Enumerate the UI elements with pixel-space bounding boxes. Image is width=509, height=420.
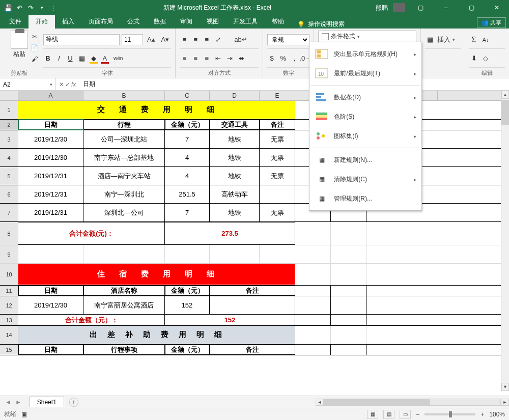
col-header-C[interactable]: C <box>165 91 210 100</box>
bold-button[interactable]: B <box>43 53 52 64</box>
zoom-slider[interactable] <box>425 413 475 415</box>
cell[interactable]: 152 <box>165 296 210 314</box>
cell[interactable]: 2019/12/31 <box>18 185 83 203</box>
row-header[interactable]: 1 <box>0 101 18 119</box>
sheet-nav-next-icon[interactable]: ► <box>15 399 21 406</box>
fx-icon[interactable]: fx <box>71 81 76 88</box>
qat-more-icon[interactable]: ▾ <box>38 4 46 12</box>
new-sheet-button[interactable]: + <box>69 398 78 407</box>
scroll-right-icon[interactable]: ► <box>501 399 509 406</box>
tab-home[interactable]: 开始 <box>29 15 55 29</box>
cell[interactable] <box>295 264 331 285</box>
decrease-font-icon[interactable]: A▾ <box>159 35 172 45</box>
row-header[interactable]: 8 <box>0 222 18 245</box>
cell[interactable]: 无票 <box>260 204 295 221</box>
menu-clear-rules[interactable]: ▦ 清除规则(C) <box>309 170 421 189</box>
fill-color-icon[interactable]: ◆ <box>89 53 98 64</box>
format-painter-icon[interactable]: 🖌 <box>29 54 40 64</box>
sheet-tab[interactable]: Sheet1 <box>30 397 64 407</box>
row-header[interactable]: 2 <box>0 120 18 130</box>
cell[interactable]: 地铁 <box>210 130 260 148</box>
fill-icon[interactable]: ⬇ <box>469 53 479 64</box>
cell[interactable] <box>18 245 83 263</box>
cell[interactable]: 备注 <box>210 286 295 296</box>
redo-icon[interactable]: ↷ <box>26 4 35 12</box>
cell-A2[interactable]: 日期 <box>18 120 83 130</box>
row-header[interactable]: 9 <box>0 245 18 263</box>
cell[interactable]: 日期 <box>18 345 83 355</box>
cell[interactable]: 2019/12/31 <box>18 167 83 185</box>
menu-highlight-rules[interactable]: 突出显示单元格规则(H) <box>309 44 421 64</box>
col-header-E[interactable]: E <box>260 91 295 100</box>
tab-data[interactable]: 数据 <box>147 15 173 29</box>
cell[interactable] <box>295 245 331 263</box>
row-header[interactable]: 10 <box>0 264 18 285</box>
menu-icon-sets[interactable]: 图标集(I) <box>309 126 421 146</box>
wrap-text-icon[interactable]: ab↵ <box>232 35 249 45</box>
cell[interactable]: 酒店名称 <box>83 286 165 296</box>
conditional-format-button[interactable]: 条件格式 ▾ <box>318 31 416 42</box>
autosum-icon[interactable]: Σ <box>469 35 478 45</box>
cell[interactable]: 2019/12/30 <box>18 296 83 314</box>
cell[interactable] <box>331 345 366 355</box>
cell[interactable]: 2019/12/30 <box>18 149 83 166</box>
view-layout-icon[interactable]: ▤ <box>383 410 394 419</box>
increase-font-icon[interactable]: A▴ <box>145 35 157 45</box>
ribbon-display-button[interactable]: ▢ <box>410 0 431 15</box>
select-all-corner[interactable] <box>0 91 18 100</box>
menu-new-rule[interactable]: ▦ 新建规则(N)... <box>309 150 421 170</box>
undo-icon[interactable]: ↶ <box>15 4 23 12</box>
cell[interactable]: 金额（元） <box>165 120 210 130</box>
cell[interactable] <box>295 315 331 325</box>
cell[interactable] <box>331 286 366 296</box>
align-left-icon[interactable]: ≡ <box>180 53 189 64</box>
cell[interactable] <box>83 245 165 263</box>
border-icon[interactable]: ▦ <box>77 53 87 64</box>
cell[interactable]: 251.5 <box>165 185 210 203</box>
cell[interactable] <box>260 245 295 263</box>
cell[interactable]: 行程 <box>83 120 165 130</box>
maximize-button[interactable]: ▢ <box>461 0 482 15</box>
menu-manage-rules[interactable]: ▦ 管理规则(R)... <box>309 189 421 208</box>
row-header[interactable]: 11 <box>0 286 18 296</box>
cell[interactable]: 南宁东站—总部基地 <box>83 149 165 166</box>
user-name[interactable]: 熊鹏 <box>376 4 388 12</box>
cell[interactable] <box>210 296 295 314</box>
align-bottom-icon[interactable]: ≡ <box>202 35 211 45</box>
row-header[interactable]: 12 <box>0 296 18 314</box>
currency-icon[interactable]: $ <box>267 53 276 64</box>
cell[interactable]: 公司—深圳北站 <box>83 130 165 148</box>
row-header[interactable]: 3 <box>0 130 18 148</box>
cell[interactable]: 地铁 <box>210 204 260 221</box>
number-format-select[interactable]: 常规 <box>267 34 309 45</box>
tab-view[interactable]: 视图 <box>200 15 226 29</box>
scroll-down-icon[interactable]: ▼ <box>501 383 509 391</box>
cell[interactable]: 地铁 <box>210 149 260 166</box>
tab-formulas[interactable]: 公式 <box>120 15 147 29</box>
cell[interactable] <box>331 326 366 344</box>
share-button[interactable]: 👥 共享 <box>477 17 506 28</box>
tab-review[interactable]: 审阅 <box>173 15 200 29</box>
section-title-lodging[interactable]: 住宿费用明细 <box>18 264 295 285</box>
row-header[interactable]: 7 <box>0 204 18 221</box>
cell[interactable]: 金额（元） <box>165 286 210 296</box>
cell[interactable] <box>210 245 260 263</box>
cell[interactable] <box>331 296 366 314</box>
enter-formula-icon[interactable]: ✓ <box>65 81 70 88</box>
cell[interactable]: 金额（元） <box>165 345 210 355</box>
scroll-up-icon[interactable]: ▲ <box>501 91 509 99</box>
scroll-thumb[interactable] <box>501 100 509 125</box>
cell[interactable]: 4 <box>165 149 210 166</box>
row-header[interactable]: 14 <box>0 326 18 344</box>
tab-help[interactable]: 帮助 <box>265 15 291 29</box>
cell[interactable]: 无票 <box>260 130 295 148</box>
align-middle-icon[interactable]: ≡ <box>191 35 200 45</box>
zoom-level[interactable]: 100% <box>489 411 505 418</box>
cell[interactable]: 无票 <box>260 149 295 166</box>
cell[interactable]: 南宁—深圳北 <box>83 185 165 203</box>
font-name-input[interactable] <box>43 34 120 45</box>
cell[interactable] <box>260 185 295 203</box>
indent-dec-icon[interactable]: ⇤ <box>213 53 223 64</box>
cell[interactable]: 深圳北—公司 <box>83 204 165 221</box>
cell[interactable] <box>331 264 366 285</box>
